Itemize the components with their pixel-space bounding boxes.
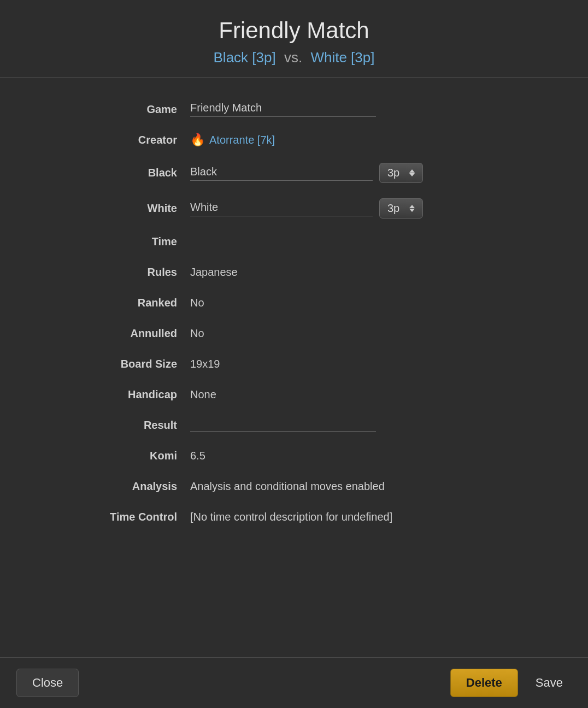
fire-icon: 🔥	[190, 133, 205, 147]
rules-label: Rules	[59, 266, 190, 279]
time-control-value: [No time control description for undefin…	[190, 511, 529, 523]
delete-button[interactable]: Delete	[450, 669, 518, 697]
board-size-label: Board Size	[59, 358, 190, 370]
black-player-row: Black 3p	[190, 163, 423, 183]
white-rank-value: 3p	[387, 202, 399, 215]
ranked-value: No	[190, 297, 529, 309]
black-row: Black Black 3p	[59, 155, 529, 191]
time-label: Time	[59, 235, 190, 248]
annulled-value: No	[190, 327, 529, 340]
analysis-label: Analysis	[59, 480, 190, 493]
footer-right: Delete Save	[450, 669, 572, 697]
time-control-label: Time Control	[59, 511, 190, 523]
time-row: Time	[59, 226, 529, 257]
board-size-value: 19x19	[190, 358, 529, 370]
komi-row: Komi 6.5	[59, 440, 529, 471]
close-button[interactable]: Close	[16, 669, 79, 697]
rules-value: Japanese	[190, 266, 529, 279]
save-button[interactable]: Save	[527, 669, 572, 697]
ranked-label: Ranked	[59, 297, 190, 309]
white-row: White White 3p	[59, 191, 529, 226]
game-label: Game	[59, 103, 190, 116]
handicap-row: Handicap None	[59, 379, 529, 410]
creator-name[interactable]: Atorrante [7k]	[209, 134, 275, 146]
result-label: Result	[59, 419, 190, 432]
komi-value: 6.5	[190, 450, 529, 462]
black-rank-spinner[interactable]: 3p	[379, 163, 423, 183]
rules-row: Rules Japanese	[59, 257, 529, 287]
header-subtitle: Black [3p] vs. White [3p]	[11, 49, 577, 66]
black-input[interactable]: Black	[190, 166, 373, 181]
board-size-row: Board Size 19x19	[59, 349, 529, 379]
analysis-value: Analysis and conditional moves enabled	[190, 480, 529, 493]
black-label: Black	[59, 167, 190, 179]
creator-row: Creator 🔥 Atorrante [7k]	[59, 125, 529, 155]
black-rank-arrows[interactable]	[409, 169, 415, 176]
white-player-row: White 3p	[190, 198, 423, 219]
black-rank-value: 3p	[387, 167, 399, 179]
form-table: Game Friendly Match Creator 🔥 Atorrante …	[59, 94, 529, 532]
white-rank-up-arrow[interactable]	[409, 205, 415, 208]
annulled-label: Annulled	[59, 327, 190, 340]
handicap-value: None	[190, 388, 529, 401]
komi-label: Komi	[59, 450, 190, 462]
ranked-row: Ranked No	[59, 287, 529, 318]
vs-text: vs.	[284, 49, 302, 66]
white-input[interactable]: White	[190, 201, 373, 216]
black-rank-up-arrow[interactable]	[409, 169, 415, 173]
white-rank-down-arrow[interactable]	[409, 209, 415, 212]
white-rank-spinner[interactable]: 3p	[379, 198, 423, 219]
result-row: Result	[59, 410, 529, 440]
page-header: Friendly Match Black [3p] vs. White [3p]	[0, 0, 588, 78]
white-rank-arrows[interactable]	[409, 205, 415, 212]
game-value[interactable]: Friendly Match	[190, 102, 376, 117]
analysis-row: Analysis Analysis and conditional moves …	[59, 471, 529, 502]
result-value[interactable]	[190, 418, 376, 432]
creator-link[interactable]: 🔥 Atorrante [7k]	[190, 133, 275, 147]
time-control-row: Time Control [No time control descriptio…	[59, 502, 529, 532]
black-rank-down-arrow[interactable]	[409, 173, 415, 176]
handicap-label: Handicap	[59, 388, 190, 401]
page-title: Friendly Match	[11, 17, 577, 44]
white-player-link[interactable]: White [3p]	[310, 49, 374, 66]
creator-label: Creator	[59, 134, 190, 146]
black-player-link[interactable]: Black [3p]	[214, 49, 276, 66]
annulled-row: Annulled No	[59, 318, 529, 349]
white-label: White	[59, 202, 190, 215]
footer: Close Delete Save	[0, 657, 588, 708]
main-content: Game Friendly Match Creator 🔥 Atorrante …	[0, 78, 588, 657]
game-row: Game Friendly Match	[59, 94, 529, 125]
